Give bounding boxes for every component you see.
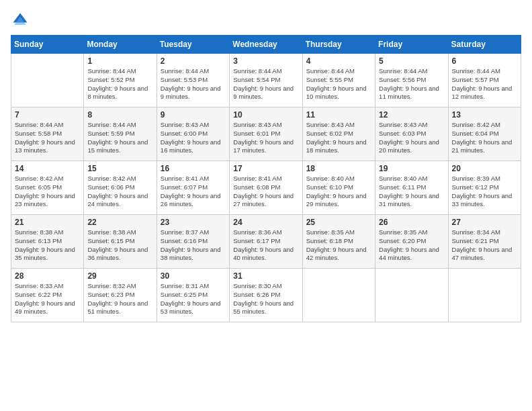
calendar-cell: 16Sunrise: 8:41 AMSunset: 6:07 PMDayligh… [157, 161, 229, 215]
day-number: 5 [379, 56, 444, 66]
cell-content: Sunrise: 8:38 AMSunset: 6:13 PMDaylight:… [15, 228, 75, 261]
cell-content: Sunrise: 8:42 AMSunset: 6:06 PMDaylight:… [87, 175, 148, 208]
calendar-cell: 14Sunrise: 8:42 AMSunset: 6:05 PMDayligh… [11, 161, 84, 215]
day-number: 9 [161, 110, 226, 120]
day-number: 18 [306, 164, 371, 173]
day-number: 21 [15, 218, 80, 227]
calendar-week-row: 1Sunrise: 8:44 AMSunset: 5:52 PMDaylight… [11, 54, 521, 107]
cell-content: Sunrise: 8:34 AMSunset: 6:21 PMDaylight:… [452, 228, 513, 261]
day-number: 7 [15, 110, 80, 120]
calendar-cell [448, 269, 521, 322]
calendar-cell: 11Sunrise: 8:43 AMSunset: 6:02 PMDayligh… [302, 107, 375, 161]
day-number: 10 [233, 110, 298, 120]
calendar-cell: 21Sunrise: 8:38 AMSunset: 6:13 PMDayligh… [11, 215, 84, 269]
cell-content: Sunrise: 8:42 AMSunset: 6:04 PMDaylight:… [452, 121, 513, 154]
calendar-cell: 18Sunrise: 8:40 AMSunset: 6:10 PMDayligh… [302, 161, 375, 215]
cell-content: Sunrise: 8:44 AMSunset: 5:54 PMDaylight:… [233, 67, 294, 100]
day-number: 28 [15, 271, 80, 281]
day-number: 15 [87, 164, 152, 173]
day-number: 26 [379, 218, 444, 227]
calendar-cell: 6Sunrise: 8:44 AMSunset: 5:57 PMDaylight… [448, 54, 521, 107]
calendar-cell: 22Sunrise: 8:38 AMSunset: 6:15 PMDayligh… [84, 215, 157, 269]
cell-content: Sunrise: 8:39 AMSunset: 6:12 PMDaylight:… [452, 175, 513, 208]
calendar-cell: 17Sunrise: 8:41 AMSunset: 6:08 PMDayligh… [230, 161, 302, 215]
calendar-cell: 1Sunrise: 8:44 AMSunset: 5:52 PMDaylight… [84, 54, 157, 107]
logo [11, 11, 32, 30]
day-number: 24 [233, 218, 298, 227]
day-number: 17 [233, 164, 298, 173]
day-header-saturday: Saturday [448, 36, 521, 54]
cell-content: Sunrise: 8:43 AMSunset: 6:01 PMDaylight:… [233, 121, 294, 154]
calendar-cell: 25Sunrise: 8:35 AMSunset: 6:18 PMDayligh… [302, 215, 375, 269]
day-number: 3 [233, 56, 298, 66]
day-header-wednesday: Wednesday [230, 36, 302, 54]
cell-content: Sunrise: 8:41 AMSunset: 6:08 PMDaylight:… [233, 175, 294, 208]
day-header-sunday: Sunday [11, 36, 84, 54]
calendar-cell: 31Sunrise: 8:30 AMSunset: 6:26 PMDayligh… [230, 269, 302, 322]
cell-content: Sunrise: 8:35 AMSunset: 6:18 PMDaylight:… [306, 228, 367, 261]
calendar-cell: 12Sunrise: 8:43 AMSunset: 6:03 PMDayligh… [375, 107, 448, 161]
calendar-cell: 24Sunrise: 8:36 AMSunset: 6:17 PMDayligh… [230, 215, 302, 269]
day-number: 29 [87, 271, 152, 281]
day-header-thursday: Thursday [302, 36, 375, 54]
calendar-cell: 9Sunrise: 8:43 AMSunset: 6:00 PMDaylight… [157, 107, 229, 161]
calendar-week-row: 14Sunrise: 8:42 AMSunset: 6:05 PMDayligh… [11, 161, 521, 215]
calendar-cell: 30Sunrise: 8:31 AMSunset: 6:25 PMDayligh… [157, 269, 229, 322]
calendar-cell: 4Sunrise: 8:44 AMSunset: 5:55 PMDaylight… [302, 54, 375, 107]
cell-content: Sunrise: 8:38 AMSunset: 6:15 PMDaylight:… [87, 228, 148, 261]
day-number: 23 [161, 218, 226, 227]
calendar-cell [11, 54, 84, 107]
cell-content: Sunrise: 8:32 AMSunset: 6:23 PMDaylight:… [87, 282, 148, 315]
day-number: 25 [306, 218, 371, 227]
cell-content: Sunrise: 8:40 AMSunset: 6:11 PMDaylight:… [379, 175, 439, 208]
calendar-cell: 2Sunrise: 8:44 AMSunset: 5:53 PMDaylight… [157, 54, 229, 107]
day-number: 12 [379, 110, 444, 120]
calendar-cell: 27Sunrise: 8:34 AMSunset: 6:21 PMDayligh… [448, 215, 521, 269]
day-number: 14 [15, 164, 80, 173]
cell-content: Sunrise: 8:44 AMSunset: 5:53 PMDaylight:… [161, 67, 221, 100]
cell-content: Sunrise: 8:44 AMSunset: 5:59 PMDaylight:… [87, 121, 148, 154]
cell-content: Sunrise: 8:43 AMSunset: 6:02 PMDaylight:… [306, 121, 367, 154]
cell-content: Sunrise: 8:31 AMSunset: 6:25 PMDaylight:… [161, 282, 221, 315]
calendar-cell: 15Sunrise: 8:42 AMSunset: 6:06 PMDayligh… [84, 161, 157, 215]
calendar-cell: 28Sunrise: 8:33 AMSunset: 6:22 PMDayligh… [11, 269, 84, 322]
day-number: 2 [161, 56, 226, 66]
cell-content: Sunrise: 8:30 AMSunset: 6:26 PMDaylight:… [233, 282, 294, 315]
calendar-week-row: 7Sunrise: 8:44 AMSunset: 5:58 PMDaylight… [11, 107, 521, 161]
day-number: 8 [87, 110, 152, 120]
day-number: 27 [452, 218, 517, 227]
day-number: 11 [306, 110, 371, 120]
page-header [11, 11, 521, 30]
calendar-cell: 5Sunrise: 8:44 AMSunset: 5:56 PMDaylight… [375, 54, 448, 107]
day-number: 20 [452, 164, 517, 173]
cell-content: Sunrise: 8:43 AMSunset: 6:03 PMDaylight:… [379, 121, 439, 154]
cell-content: Sunrise: 8:44 AMSunset: 5:58 PMDaylight:… [15, 121, 75, 154]
day-number: 31 [233, 271, 298, 281]
day-number: 22 [87, 218, 152, 227]
day-number: 30 [161, 271, 226, 281]
calendar-cell: 7Sunrise: 8:44 AMSunset: 5:58 PMDaylight… [11, 107, 84, 161]
day-number: 6 [452, 56, 517, 66]
calendar-cell: 26Sunrise: 8:35 AMSunset: 6:20 PMDayligh… [375, 215, 448, 269]
cell-content: Sunrise: 8:33 AMSunset: 6:22 PMDaylight:… [15, 282, 75, 315]
calendar-table: SundayMondayTuesdayWednesdayThursdayFrid… [11, 35, 521, 322]
cell-content: Sunrise: 8:44 AMSunset: 5:57 PMDaylight:… [452, 67, 513, 100]
cell-content: Sunrise: 8:35 AMSunset: 6:20 PMDaylight:… [379, 228, 439, 261]
day-number: 19 [379, 164, 444, 173]
calendar-week-row: 21Sunrise: 8:38 AMSunset: 6:13 PMDayligh… [11, 215, 521, 269]
cell-content: Sunrise: 8:44 AMSunset: 5:52 PMDaylight:… [87, 67, 148, 100]
cell-content: Sunrise: 8:42 AMSunset: 6:05 PMDaylight:… [15, 175, 75, 208]
cell-content: Sunrise: 8:40 AMSunset: 6:10 PMDaylight:… [306, 175, 367, 208]
calendar-cell: 3Sunrise: 8:44 AMSunset: 5:54 PMDaylight… [230, 54, 302, 107]
day-header-friday: Friday [375, 36, 448, 54]
calendar-header-row: SundayMondayTuesdayWednesdayThursdayFrid… [11, 36, 521, 54]
cell-content: Sunrise: 8:44 AMSunset: 5:55 PMDaylight:… [306, 67, 367, 100]
day-number: 13 [452, 110, 517, 120]
cell-content: Sunrise: 8:41 AMSunset: 6:07 PMDaylight:… [161, 175, 221, 208]
day-number: 1 [87, 56, 152, 66]
day-number: 4 [306, 56, 371, 66]
calendar-cell [302, 269, 375, 322]
calendar-cell: 20Sunrise: 8:39 AMSunset: 6:12 PMDayligh… [448, 161, 521, 215]
day-header-monday: Monday [84, 36, 157, 54]
calendar-cell [375, 269, 448, 322]
